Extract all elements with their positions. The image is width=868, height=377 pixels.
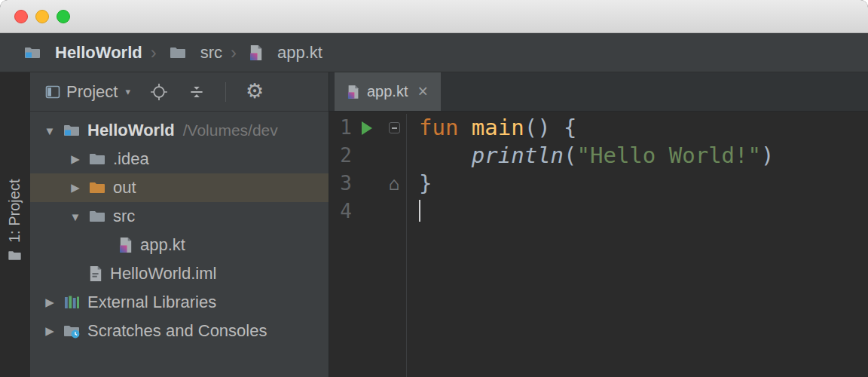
view-selector-label: Project xyxy=(66,82,118,102)
excluded-folder-icon xyxy=(89,181,105,195)
folder-icon xyxy=(170,46,186,60)
code-line-2: println("Hello World!") xyxy=(419,142,868,170)
editor-gutter: 1 2 3 4 xyxy=(329,114,407,377)
breadcrumb-item-appkt[interactable]: app.kt xyxy=(245,43,322,63)
editor-body[interactable]: 1 2 3 4 xyxy=(329,112,868,377)
code-token: "Hello World!" xyxy=(577,143,761,168)
tab-label: app.kt xyxy=(367,83,408,100)
code-token: () { xyxy=(524,115,577,140)
chevron-expanded-icon[interactable]: ▼ xyxy=(66,210,84,223)
kotlin-file-icon xyxy=(119,237,133,253)
project-view-selector[interactable]: Project ▾ xyxy=(45,82,130,102)
line-number: 1 xyxy=(329,114,352,142)
zoom-window-button[interactable] xyxy=(57,10,70,23)
chevron-collapsed-icon[interactable]: ▶ xyxy=(66,181,84,195)
tree-item-label: External Libraries xyxy=(87,293,216,312)
collapse-all-icon[interactable] xyxy=(188,83,206,101)
chevron-collapsed-icon[interactable]: ▶ xyxy=(41,296,59,309)
titlebar xyxy=(0,0,868,33)
tree-item-label: Scratches and Consoles xyxy=(87,321,267,341)
minimize-window-button[interactable] xyxy=(35,10,49,23)
code-token xyxy=(419,143,472,168)
locate-icon[interactable] xyxy=(150,83,168,101)
code-token: fun xyxy=(419,115,472,140)
run-play-icon[interactable] xyxy=(362,121,372,135)
project-tree: ▼ HelloWorld /Volumes/dev ▶ .idea ▶ xyxy=(30,112,329,345)
project-tool-icon xyxy=(8,250,22,262)
tree-item-idea[interactable]: ▶ .idea xyxy=(30,145,329,173)
code-line-1: fun main() { xyxy=(419,114,868,142)
breadcrumb-item-helloworld[interactable]: HelloWorld xyxy=(20,43,142,63)
project-panel: Project ▾ ⚙ ▼ Hel xyxy=(30,72,329,377)
breadcrumb-label: HelloWorld xyxy=(55,43,142,63)
tree-item-label: .idea xyxy=(113,149,149,169)
project-folder-icon xyxy=(24,46,41,60)
code-token: main xyxy=(472,115,524,140)
project-folder-icon xyxy=(63,124,80,137)
breadcrumb-label: src xyxy=(200,43,222,63)
code-token: ( xyxy=(564,143,576,168)
chevron-collapsed-icon[interactable]: ▶ xyxy=(41,324,59,338)
tree-item-label: app.kt xyxy=(140,235,185,255)
tree-item-label: HelloWorld.iml xyxy=(110,264,216,284)
tree-item-label: out xyxy=(113,178,136,198)
fold-collapse-icon[interactable] xyxy=(389,122,400,133)
gutter-row: 2 xyxy=(329,142,406,170)
project-stripe-button[interactable]: 1: Project xyxy=(6,179,23,262)
ide-window: HelloWorld › src › app.kt 1: Project xyxy=(0,0,868,377)
tree-item-helloworld[interactable]: ▼ HelloWorld /Volumes/dev xyxy=(30,116,329,145)
tree-item-appkt[interactable]: app.kt xyxy=(30,231,329,259)
code-line-3: } xyxy=(419,170,868,198)
kotlin-file-icon xyxy=(249,44,263,61)
chevron-collapsed-icon[interactable]: ▶ xyxy=(66,152,84,166)
folder-icon xyxy=(89,152,105,166)
line-number: 4 xyxy=(329,198,352,225)
tree-item-label: HelloWorld xyxy=(87,121,175,140)
folder-icon xyxy=(89,210,105,223)
close-tab-icon[interactable]: × xyxy=(417,83,427,100)
code-token: println xyxy=(472,143,564,168)
chevron-expanded-icon[interactable]: ▼ xyxy=(41,124,59,137)
module-file-icon xyxy=(89,265,102,282)
line-number: 2 xyxy=(329,142,352,170)
gutter-row: 1 xyxy=(329,114,406,142)
main-area: 1: Project Project ▾ ⚙ xyxy=(0,72,868,377)
tab-appkt[interactable]: app.kt × xyxy=(335,72,441,111)
scratches-icon xyxy=(63,324,80,339)
breadcrumb-item-src[interactable]: src xyxy=(165,43,222,63)
tree-item-helloworld-iml[interactable]: HelloWorld.iml xyxy=(30,259,329,288)
close-window-button[interactable] xyxy=(14,10,28,23)
view-selector-icon xyxy=(45,85,60,99)
tree-item-external-libraries[interactable]: ▶ External Libraries xyxy=(30,288,329,317)
code-token: } xyxy=(419,170,432,196)
toolbar-separator xyxy=(225,82,226,102)
tree-item-path: /Volumes/dev xyxy=(183,121,278,139)
project-toolbar: Project ▾ ⚙ xyxy=(30,72,329,112)
code-token: ) xyxy=(761,143,774,168)
tree-item-scratches[interactable]: ▶ Scratches and Consoles xyxy=(30,317,329,345)
chevron-separator-icon: › xyxy=(222,42,245,63)
settings-gear-icon[interactable]: ⚙ xyxy=(246,81,264,102)
fold-end-icon[interactable] xyxy=(389,170,399,198)
tree-item-out[interactable]: ▶ out xyxy=(30,173,329,202)
chevron-down-icon: ▾ xyxy=(125,86,130,97)
editor-tabbar: app.kt × xyxy=(329,72,868,112)
gutter-row: 3 xyxy=(329,170,406,198)
tree-item-label: src xyxy=(113,207,135,226)
kotlin-file-icon xyxy=(347,84,359,100)
stripe-label: 1: Project xyxy=(6,179,23,243)
chevron-separator-icon: › xyxy=(142,42,165,63)
breadcrumb-bar: HelloWorld › src › app.kt xyxy=(0,33,868,72)
editor: app.kt × 1 2 3 xyxy=(329,72,868,377)
code-line-4 xyxy=(419,198,868,225)
gutter-row: 4 xyxy=(329,198,406,225)
code-pane[interactable]: fun main() { println("Hello World!") } xyxy=(407,114,868,377)
tree-item-src[interactable]: ▼ src xyxy=(30,202,329,231)
libraries-icon xyxy=(63,295,80,310)
text-caret xyxy=(419,200,420,222)
tool-window-stripe: 1: Project xyxy=(0,72,30,377)
line-number: 3 xyxy=(329,170,352,198)
breadcrumb-label: app.kt xyxy=(277,43,322,63)
